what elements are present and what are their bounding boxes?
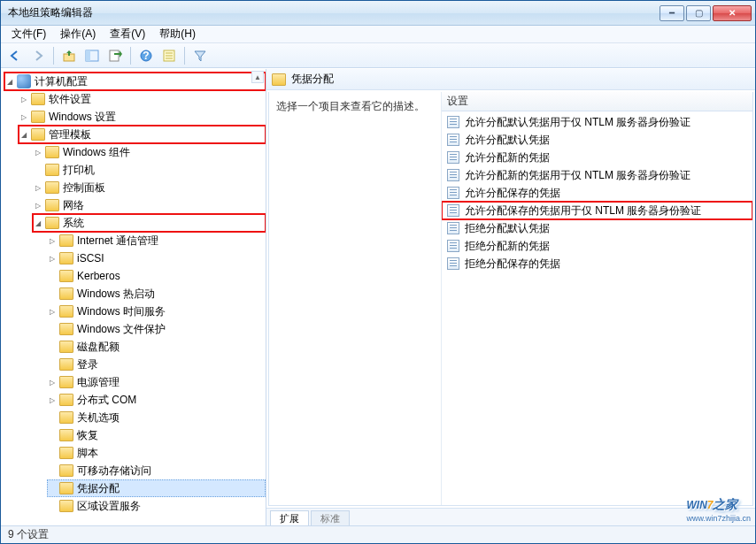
caret-right-icon[interactable]: ▷	[47, 395, 58, 405]
tree-label: 关机选项	[77, 410, 120, 425]
tab-extended[interactable]: 扩展	[270, 510, 309, 525]
scroll-up-icon[interactable]: ▲	[251, 71, 264, 83]
caret-right-icon[interactable]: ▷	[19, 111, 29, 122]
tree-power[interactable]: ▷电源管理	[47, 373, 266, 391]
tree-label: 脚本	[77, 446, 98, 461]
tree-software-settings[interactable]: ▷软件设置	[19, 90, 266, 108]
folder-icon	[59, 270, 73, 282]
folder-icon	[59, 482, 73, 494]
setting-label: 拒绝分配默认凭据	[465, 221, 550, 236]
setting-item[interactable]: 允许分配保存的凭据用于仅 NTLM 服务器身份验证	[442, 202, 752, 219]
tree-system[interactable]: ◢系统	[33, 214, 266, 232]
tree-logon[interactable]: ▷登录	[47, 356, 266, 373]
menu-help[interactable]: 帮助(H)	[152, 25, 203, 43]
caret-right-icon[interactable]: ▷	[47, 235, 58, 246]
forward-button[interactable]	[27, 46, 49, 65]
tree-label: 网络	[63, 198, 84, 213]
folder-icon	[45, 146, 59, 158]
settings-list: 设置 允许分配默认凭据用于仅 NTLM 服务器身份验证允许分配默认凭据允许分配新…	[442, 92, 752, 505]
setting-item[interactable]: 允许分配新的凭据用于仅 NTLM 服务器身份验证	[442, 166, 752, 184]
tree-iscsi[interactable]: ▷iSCSI	[47, 249, 266, 267]
setting-label: 允许分配保存的凭据用于仅 NTLM 服务器身份验证	[465, 203, 701, 218]
showhide-tree-button[interactable]	[81, 46, 103, 65]
caret-right-icon[interactable]: ▷	[47, 377, 58, 387]
policy-setting-icon	[447, 187, 459, 199]
svg-rect-2	[86, 50, 90, 61]
tree-label: 分布式 COM	[77, 393, 136, 408]
menu-action[interactable]: 操作(A)	[53, 25, 103, 43]
setting-item[interactable]: 允许分配默认凭据用于仅 NTLM 服务器身份验证	[442, 113, 752, 131]
tab-standard[interactable]: 标准	[311, 510, 350, 525]
tree-windows-hotstart[interactable]: ▷Windows 热启动	[47, 285, 266, 303]
folder-icon	[272, 73, 286, 86]
setting-item[interactable]: 拒绝分配默认凭据	[442, 219, 752, 237]
minimize-button[interactable]: ━	[660, 5, 684, 21]
setting-item[interactable]: 允许分配保存的凭据	[442, 184, 752, 202]
tree-label: 电源管理	[77, 375, 120, 390]
caret-right-icon[interactable]: ▷	[33, 182, 43, 193]
export-list-button[interactable]	[104, 46, 126, 65]
tree-windows-fileprotect[interactable]: ▷Windows 文件保护	[47, 320, 266, 338]
column-header-setting[interactable]: 设置	[442, 92, 752, 111]
properties-button[interactable]	[158, 46, 180, 65]
folder-icon	[45, 199, 59, 211]
tree-locale-services[interactable]: ▷区域设置服务	[47, 497, 266, 515]
policy-setting-icon	[447, 116, 459, 128]
tree-pane[interactable]: ▲ ◢ 计算机配置 ▷软件设置 ▷Windows 设置 ◢管理模板	[1, 69, 266, 525]
policy-setting-icon	[447, 204, 459, 217]
content-area: ▲ ◢ 计算机配置 ▷软件设置 ▷Windows 设置 ◢管理模板	[1, 68, 755, 525]
tree-printers[interactable]: ▷打印机	[33, 161, 266, 179]
setting-item[interactable]: 拒绝分配保存的凭据	[442, 255, 752, 272]
menu-view[interactable]: 查看(V)	[103, 25, 152, 43]
caret-right-icon[interactable]: ▷	[19, 94, 29, 104]
titlebar[interactable]: 本地组策略编辑器 ━ ▢ ✕	[1, 1, 755, 26]
setting-item[interactable]: 允许分配新的凭据	[442, 149, 752, 166]
tree-credential-delegation[interactable]: ▷凭据分配	[47, 479, 266, 497]
window-title: 本地组策略编辑器	[8, 5, 658, 20]
tree-shutdown-options[interactable]: ▷关机选项	[47, 409, 266, 426]
folder-icon	[45, 164, 59, 176]
tree-disk-quota[interactable]: ▷磁盘配额	[47, 338, 266, 356]
tree-admin-templates[interactable]: ◢管理模板	[19, 126, 266, 143]
folder-icon	[59, 287, 73, 300]
tree-recovery[interactable]: ▷恢复	[47, 426, 266, 444]
menu-bar: 文件(F) 操作(A) 查看(V) 帮助(H)	[1, 26, 755, 43]
caret-right-icon[interactable]: ▷	[33, 147, 43, 157]
tree-windows-time[interactable]: ▷Windows 时间服务	[47, 303, 266, 320]
setting-item[interactable]: 允许分配默认凭据	[442, 131, 752, 149]
tree-windows-settings[interactable]: ▷Windows 设置	[19, 108, 266, 126]
caret-down-icon[interactable]: ◢	[19, 129, 29, 140]
tree-scripts[interactable]: ▷脚本	[47, 444, 266, 462]
menu-file[interactable]: 文件(F)	[4, 25, 53, 43]
folder-icon	[59, 305, 73, 318]
tree-dcom[interactable]: ▷分布式 COM	[47, 391, 266, 409]
tree-root-computer-config[interactable]: ◢ 计算机配置	[4, 73, 266, 90]
tree-label: 软件设置	[49, 92, 91, 107]
status-text: 9 个设置	[8, 527, 49, 542]
setting-item[interactable]: 拒绝分配新的凭据	[442, 237, 752, 255]
policy-setting-icon	[447, 240, 459, 252]
caret-down-icon[interactable]: ◢	[4, 76, 15, 87]
up-level-button[interactable]	[58, 46, 80, 65]
help-button[interactable]: ?	[135, 46, 157, 65]
tree-removable-storage[interactable]: ▷可移动存储访问	[47, 462, 266, 479]
maximize-button[interactable]: ▢	[686, 5, 711, 21]
back-button[interactable]	[4, 46, 26, 65]
caret-right-icon[interactable]: ▷	[33, 200, 43, 211]
tree-network[interactable]: ▷网络	[33, 196, 266, 214]
filter-button[interactable]	[189, 46, 211, 65]
tree-windows-components[interactable]: ▷Windows 组件	[33, 143, 266, 161]
tree-label: 登录	[77, 357, 98, 372]
tree-label: Windows 设置	[49, 110, 116, 125]
setting-label: 允许分配新的凭据用于仅 NTLM 服务器身份验证	[465, 168, 690, 183]
caret-right-icon[interactable]: ▷	[47, 306, 58, 317]
caret-right-icon[interactable]: ▷	[47, 253, 58, 264]
policy-editor-window: 本地组策略编辑器 ━ ▢ ✕ 文件(F) 操作(A) 查看(V) 帮助(H) ?…	[0, 0, 756, 544]
close-button[interactable]: ✕	[713, 5, 752, 21]
tree-control-panel[interactable]: ▷控制面板	[33, 179, 266, 196]
tree-internet-comm[interactable]: ▷Internet 通信管理	[47, 232, 266, 249]
tree-kerberos[interactable]: ▷Kerberos	[47, 267, 266, 285]
folder-icon	[45, 181, 59, 194]
folder-icon	[31, 93, 45, 105]
caret-down-icon[interactable]: ◢	[33, 218, 43, 228]
